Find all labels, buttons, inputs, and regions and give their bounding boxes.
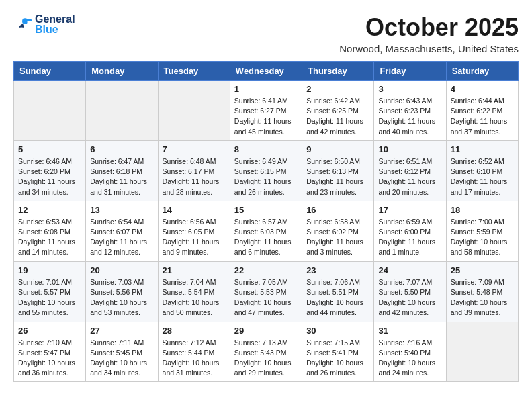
day-info: Sunrise: 7:15 AM Sunset: 5:41 PM Dayligh… <box>306 338 369 379</box>
weekday-header-saturday: Saturday <box>446 62 518 81</box>
weekday-header-thursday: Thursday <box>302 62 374 81</box>
day-info: Sunrise: 6:59 AM Sunset: 6:00 PM Dayligh… <box>378 217 441 258</box>
calendar-cell: 23Sunrise: 7:06 AM Sunset: 5:51 PM Dayli… <box>302 261 374 322</box>
day-number: 7 <box>163 144 226 154</box>
day-number: 2 <box>306 84 369 94</box>
calendar-cell <box>86 81 158 141</box>
calendar-cell: 7Sunrise: 6:48 AM Sunset: 6:17 PM Daylig… <box>158 140 230 201</box>
week-row-1: 1Sunrise: 6:41 AM Sunset: 6:27 PM Daylig… <box>14 81 519 141</box>
logo: General Blue <box>13 13 75 36</box>
title-block: October 2025 Norwood, Massachusetts, Uni… <box>339 13 519 54</box>
day-info: Sunrise: 6:47 AM Sunset: 6:18 PM Dayligh… <box>90 156 153 197</box>
day-info: Sunrise: 6:41 AM Sunset: 6:27 PM Dayligh… <box>234 96 298 137</box>
day-info: Sunrise: 6:53 AM Sunset: 6:08 PM Dayligh… <box>18 217 81 258</box>
day-number: 5 <box>18 144 81 154</box>
calendar-cell: 13Sunrise: 6:54 AM Sunset: 6:07 PM Dayli… <box>86 201 158 261</box>
calendar-cell: 15Sunrise: 6:57 AM Sunset: 6:03 PM Dayli… <box>230 201 302 261</box>
day-number: 4 <box>451 84 514 94</box>
day-info: Sunrise: 6:43 AM Sunset: 6:23 PM Dayligh… <box>378 96 441 137</box>
day-number: 16 <box>306 205 369 215</box>
calendar-cell: 18Sunrise: 7:00 AM Sunset: 5:59 PM Dayli… <box>446 201 518 261</box>
calendar-cell: 16Sunrise: 6:58 AM Sunset: 6:02 PM Dayli… <box>302 201 374 261</box>
day-number: 21 <box>163 265 226 275</box>
week-row-5: 26Sunrise: 7:10 AM Sunset: 5:47 PM Dayli… <box>14 322 519 382</box>
calendar-cell: 26Sunrise: 7:10 AM Sunset: 5:47 PM Dayli… <box>14 322 86 382</box>
day-number: 31 <box>378 326 441 336</box>
day-number: 27 <box>90 326 153 336</box>
day-number: 30 <box>306 326 369 336</box>
calendar-cell: 11Sunrise: 6:52 AM Sunset: 6:10 PM Dayli… <box>446 140 518 201</box>
day-number: 1 <box>234 84 298 94</box>
day-info: Sunrise: 6:50 AM Sunset: 6:13 PM Dayligh… <box>306 156 369 197</box>
week-row-3: 12Sunrise: 6:53 AM Sunset: 6:08 PM Dayli… <box>14 201 519 261</box>
day-info: Sunrise: 6:42 AM Sunset: 6:25 PM Dayligh… <box>306 96 369 137</box>
day-number: 3 <box>378 84 441 94</box>
weekday-header-monday: Monday <box>86 62 158 81</box>
day-info: Sunrise: 7:16 AM Sunset: 5:40 PM Dayligh… <box>378 338 441 379</box>
weekday-header-sunday: Sunday <box>14 62 86 81</box>
day-number: 20 <box>90 265 153 275</box>
day-info: Sunrise: 7:04 AM Sunset: 5:54 PM Dayligh… <box>163 277 226 318</box>
calendar-cell: 30Sunrise: 7:15 AM Sunset: 5:41 PM Dayli… <box>302 322 374 382</box>
day-number: 19 <box>18 265 81 275</box>
calendar-cell: 25Sunrise: 7:09 AM Sunset: 5:48 PM Dayli… <box>446 261 518 322</box>
day-number: 26 <box>18 326 81 336</box>
location-title: Norwood, Massachusetts, United States <box>339 43 519 54</box>
week-row-2: 5Sunrise: 6:46 AM Sunset: 6:20 PM Daylig… <box>14 140 519 201</box>
calendar-cell: 5Sunrise: 6:46 AM Sunset: 6:20 PM Daylig… <box>14 140 86 201</box>
day-info: Sunrise: 7:01 AM Sunset: 5:57 PM Dayligh… <box>18 277 81 318</box>
weekday-header-wednesday: Wednesday <box>230 62 302 81</box>
calendar-cell: 2Sunrise: 6:42 AM Sunset: 6:25 PM Daylig… <box>302 81 374 141</box>
logo-bird-icon <box>13 17 32 32</box>
calendar-cell: 3Sunrise: 6:43 AM Sunset: 6:23 PM Daylig… <box>374 81 446 141</box>
day-info: Sunrise: 7:00 AM Sunset: 5:59 PM Dayligh… <box>451 217 514 258</box>
calendar-cell: 31Sunrise: 7:16 AM Sunset: 5:40 PM Dayli… <box>374 322 446 382</box>
calendar-cell: 10Sunrise: 6:51 AM Sunset: 6:12 PM Dayli… <box>374 140 446 201</box>
calendar-cell <box>446 322 518 382</box>
calendar-cell: 4Sunrise: 6:44 AM Sunset: 6:22 PM Daylig… <box>446 81 518 141</box>
calendar-table: SundayMondayTuesdayWednesdayThursdayFrid… <box>13 61 519 382</box>
day-info: Sunrise: 7:12 AM Sunset: 5:44 PM Dayligh… <box>163 338 226 379</box>
day-info: Sunrise: 7:10 AM Sunset: 5:47 PM Dayligh… <box>18 338 81 379</box>
calendar-cell <box>158 81 230 141</box>
day-info: Sunrise: 6:49 AM Sunset: 6:15 PM Dayligh… <box>234 156 298 197</box>
logo-text: General Blue <box>35 13 75 36</box>
day-info: Sunrise: 6:52 AM Sunset: 6:10 PM Dayligh… <box>451 156 514 197</box>
day-number: 13 <box>90 205 153 215</box>
day-info: Sunrise: 6:46 AM Sunset: 6:20 PM Dayligh… <box>18 156 81 197</box>
week-row-4: 19Sunrise: 7:01 AM Sunset: 5:57 PM Dayli… <box>14 261 519 322</box>
calendar-cell: 6Sunrise: 6:47 AM Sunset: 6:18 PM Daylig… <box>86 140 158 201</box>
day-info: Sunrise: 6:51 AM Sunset: 6:12 PM Dayligh… <box>378 156 441 197</box>
calendar-cell: 20Sunrise: 7:03 AM Sunset: 5:56 PM Dayli… <box>86 261 158 322</box>
calendar-cell: 28Sunrise: 7:12 AM Sunset: 5:44 PM Dayli… <box>158 322 230 382</box>
day-info: Sunrise: 7:13 AM Sunset: 5:43 PM Dayligh… <box>234 338 298 379</box>
calendar-cell: 29Sunrise: 7:13 AM Sunset: 5:43 PM Dayli… <box>230 322 302 382</box>
calendar-cell: 9Sunrise: 6:50 AM Sunset: 6:13 PM Daylig… <box>302 140 374 201</box>
weekday-header-friday: Friday <box>374 62 446 81</box>
day-info: Sunrise: 7:06 AM Sunset: 5:51 PM Dayligh… <box>306 277 369 318</box>
day-number: 14 <box>163 205 226 215</box>
day-number: 28 <box>163 326 226 336</box>
day-info: Sunrise: 7:05 AM Sunset: 5:53 PM Dayligh… <box>234 277 298 318</box>
day-number: 12 <box>18 205 81 215</box>
day-number: 24 <box>378 265 441 275</box>
day-info: Sunrise: 6:56 AM Sunset: 6:05 PM Dayligh… <box>163 217 226 258</box>
calendar-cell: 22Sunrise: 7:05 AM Sunset: 5:53 PM Dayli… <box>230 261 302 322</box>
day-number: 11 <box>451 144 514 154</box>
weekday-header-tuesday: Tuesday <box>158 62 230 81</box>
day-info: Sunrise: 6:54 AM Sunset: 6:07 PM Dayligh… <box>90 217 153 258</box>
day-number: 17 <box>378 205 441 215</box>
calendar-cell: 27Sunrise: 7:11 AM Sunset: 5:45 PM Dayli… <box>86 322 158 382</box>
month-title: October 2025 <box>339 13 519 42</box>
calendar-cell: 8Sunrise: 6:49 AM Sunset: 6:15 PM Daylig… <box>230 140 302 201</box>
day-info: Sunrise: 6:58 AM Sunset: 6:02 PM Dayligh… <box>306 217 369 258</box>
day-info: Sunrise: 7:03 AM Sunset: 5:56 PM Dayligh… <box>90 277 153 318</box>
day-number: 9 <box>306 144 369 154</box>
calendar-cell <box>14 81 86 141</box>
day-number: 25 <box>451 265 514 275</box>
day-info: Sunrise: 7:07 AM Sunset: 5:50 PM Dayligh… <box>378 277 441 318</box>
calendar-cell: 21Sunrise: 7:04 AM Sunset: 5:54 PM Dayli… <box>158 261 230 322</box>
page-header: General Blue October 2025 Norwood, Massa… <box>13 13 519 54</box>
day-number: 23 <box>306 265 369 275</box>
calendar-cell: 17Sunrise: 6:59 AM Sunset: 6:00 PM Dayli… <box>374 201 446 261</box>
